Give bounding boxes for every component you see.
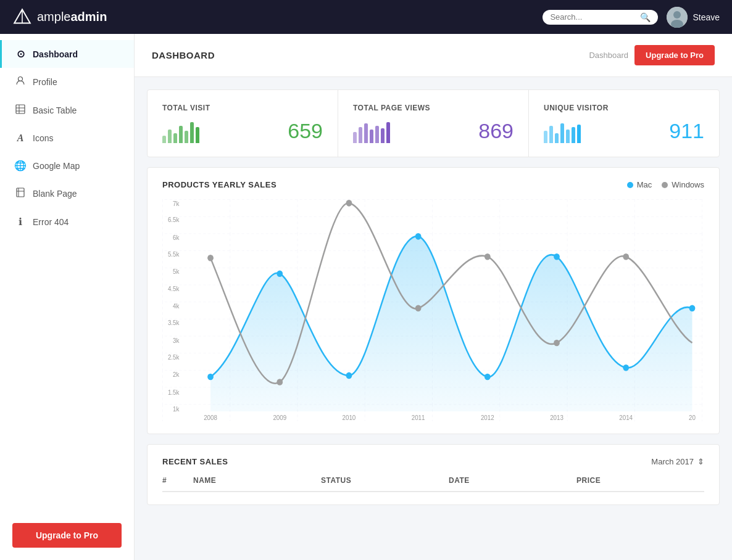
logo-icon	[12, 7, 32, 27]
col-header-price: PRICE	[576, 476, 704, 485]
col-header-date: DATE	[449, 476, 576, 485]
svg-text:5k: 5k	[173, 268, 180, 274]
svg-text:2012: 2012	[481, 414, 494, 421]
windows-dot	[277, 379, 283, 385]
svg-text:2011: 2011	[412, 414, 425, 421]
bar	[555, 133, 559, 143]
windows-dot	[554, 340, 560, 347]
avatar	[667, 7, 688, 28]
svg-text:1k: 1k	[173, 406, 180, 413]
stat-bottom-2: 869	[353, 118, 514, 143]
recent-header: RECENT SALES March 2017 ⇕	[162, 457, 704, 466]
stat-bottom-1: 659	[162, 118, 323, 143]
month-select[interactable]: March 2017 ⇕	[651, 457, 704, 466]
bar	[375, 126, 379, 143]
svg-rect-10	[17, 188, 24, 197]
bar	[196, 127, 199, 143]
svg-text:2010: 2010	[343, 414, 356, 421]
chart-svg: 1k 1.5k 2k 2.5k 3k 3.5k 4k 4.5k 5k 5.5k …	[162, 199, 704, 421]
svg-text:2.5k: 2.5k	[168, 354, 180, 361]
recent-title: RECENT SALES	[162, 457, 228, 466]
sidebar-item-blank-page[interactable]: Blank Page	[0, 179, 134, 208]
sidebar-label-icons: Icons	[33, 133, 53, 143]
search-icon-button[interactable]: 🔍	[640, 12, 651, 22]
stat-card-unique-visitor: UNIQUE VISITOR 911	[529, 90, 719, 157]
legend-dot-windows	[662, 182, 668, 188]
stat-bars-1	[162, 118, 199, 143]
mac-dot	[623, 364, 629, 371]
bar	[386, 122, 390, 143]
sidebar-item-error-404[interactable]: ℹ Error 404	[0, 208, 134, 236]
bar	[185, 131, 188, 143]
search-box[interactable]: 🔍	[543, 10, 658, 25]
bar	[572, 127, 575, 143]
windows-dot	[623, 253, 629, 260]
svg-text:5.5k: 5.5k	[168, 251, 180, 258]
bar	[560, 123, 564, 143]
sidebar-item-profile[interactable]: Profile	[0, 68, 134, 96]
svg-text:2008: 2008	[204, 414, 217, 421]
bar	[577, 125, 581, 143]
mac-dot	[689, 305, 696, 312]
windows-dot	[415, 305, 422, 312]
col-header-status: STATUS	[321, 476, 449, 485]
svg-text:3k: 3k	[173, 337, 180, 344]
sidebar-label-google-map: Google Map	[33, 161, 80, 171]
svg-point-3	[673, 11, 681, 19]
month-label: March 2017	[651, 457, 694, 466]
chart-header: PRODUCTS YEARLY SALES Mac Windows	[162, 180, 704, 189]
upgrade-button-top[interactable]: Upgrade to Pro	[634, 45, 715, 65]
topnav: ampleadmin 🔍 Steave	[0, 0, 732, 34]
user-area[interactable]: Steave	[667, 7, 720, 28]
sidebar-item-google-map[interactable]: 🌐 Google Map	[0, 152, 134, 179]
stat-bottom-3: 911	[544, 118, 704, 143]
sidebar-item-dashboard[interactable]: ⊙ Dashboard	[0, 40, 134, 68]
sidebar-item-icons[interactable]: A Icons	[0, 125, 134, 152]
logo: ampleadmin	[12, 7, 107, 27]
main-content: DASHBOARD Dashboard Upgrade to Pro TOTAL…	[135, 34, 732, 560]
bar	[353, 132, 357, 143]
content-header: DASHBOARD Dashboard Upgrade to Pro	[135, 34, 732, 77]
stat-value-1: 659	[288, 119, 323, 143]
sidebar-upgrade-button[interactable]: Upgrade to Pro	[12, 523, 122, 548]
sidebar-label-basic-table: Basic Table	[33, 105, 77, 115]
svg-text:1.5k: 1.5k	[168, 389, 180, 395]
logo-text: ampleadmin	[37, 10, 107, 24]
sidebar-label-profile: Profile	[33, 77, 57, 87]
breadcrumb: Dashboard	[589, 51, 628, 60]
bar	[173, 133, 177, 143]
page-title: DASHBOARD	[152, 50, 215, 60]
bar	[566, 130, 570, 143]
stat-bars-2	[353, 118, 390, 143]
stat-label-2: TOTAL PAGE VIEWS	[353, 104, 514, 112]
legend-windows: Windows	[662, 180, 704, 189]
sidebar-item-basic-table[interactable]: Basic Table	[0, 96, 134, 125]
stat-label-3: UNIQUE VISITOR	[544, 104, 704, 112]
svg-text:4.5k: 4.5k	[168, 286, 180, 292]
dashboard-icon: ⊙	[14, 48, 27, 60]
svg-text:2014: 2014	[619, 414, 633, 421]
mac-dot	[277, 270, 283, 277]
user-name: Steave	[692, 12, 720, 22]
chart-legend: Mac Windows	[627, 180, 704, 189]
svg-text:2009: 2009	[273, 414, 286, 421]
chart-container: 1k 1.5k 2k 2.5k 3k 3.5k 4k 4.5k 5k 5.5k …	[162, 199, 704, 421]
legend-mac: Mac	[627, 180, 652, 189]
search-input[interactable]	[550, 12, 636, 22]
svg-text:2013: 2013	[550, 414, 564, 421]
sidebar-label-blank-page: Blank Page	[33, 189, 77, 199]
bar	[549, 126, 553, 143]
col-header-hash: #	[162, 476, 193, 485]
bar	[544, 131, 547, 143]
bar	[190, 122, 194, 143]
nav-right: 🔍 Steave	[543, 7, 720, 28]
sidebar-nav: ⊙ Dashboard Profile Basic Table A Icons	[0, 34, 134, 511]
icons-icon: A	[14, 133, 27, 144]
mac-dot	[554, 253, 560, 260]
svg-text:7k: 7k	[173, 200, 180, 207]
windows-dot	[207, 255, 214, 261]
svg-text:3.5k: 3.5k	[168, 319, 180, 326]
svg-text:6k: 6k	[173, 234, 180, 241]
breadcrumb-area: Dashboard Upgrade to Pro	[589, 45, 715, 65]
sidebar: ⊙ Dashboard Profile Basic Table A Icons	[0, 34, 135, 560]
